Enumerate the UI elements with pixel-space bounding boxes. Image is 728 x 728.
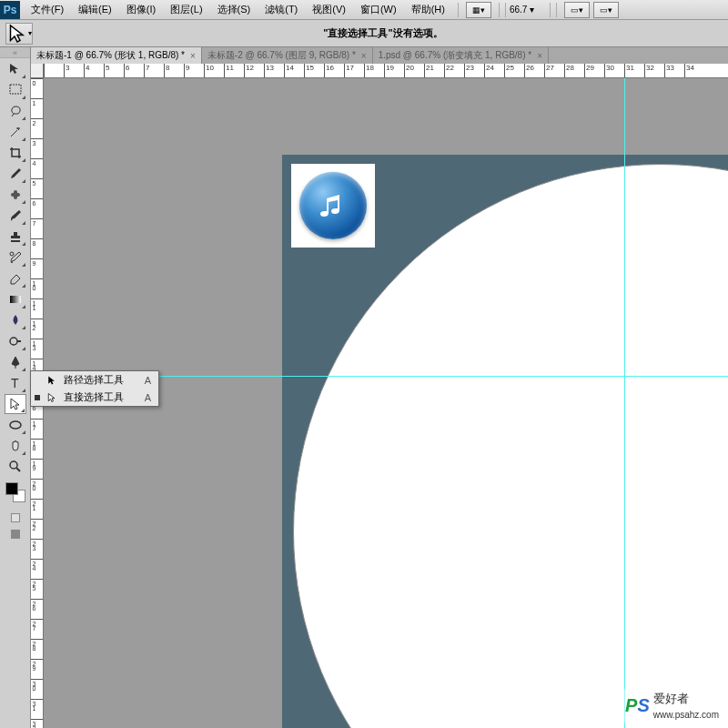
wand-tool[interactable] [5,122,26,142]
guide-vertical[interactable] [624,78,625,728]
svg-rect-4 [10,296,21,303]
direct-selection-tool[interactable] [5,394,26,414]
document-tab-1[interactable]: 未标题-1 @ 66.7% (形状 1, RGB/8) *× [31,47,202,64]
svg-point-8 [10,461,17,469]
zoom-level[interactable]: 66.7 ▾ [505,3,551,17]
flyout-direct-selection[interactable]: 直接选择工具 A [31,389,158,406]
menu-window[interactable]: 窗口(W) [353,3,404,16]
toolbox: « T [0,47,31,728]
svg-point-3 [10,252,14,256]
shape-tool[interactable] [5,415,26,435]
document-tab-2[interactable]: 未标题-2 @ 66.7% (图层 9, RGB/8) *× [202,47,373,64]
quickmask-toggle[interactable] [0,513,30,522]
svg-rect-0 [10,85,21,94]
app-badge: Ps [0,1,20,19]
separator [499,3,500,17]
type-tool[interactable]: T [5,373,26,393]
menu-file[interactable]: 文件(F) [24,3,71,16]
options-message: "直接选择工具"没有选项。 [38,26,728,40]
foreground-color-swatch[interactable] [5,482,18,495]
lasso-tool[interactable] [5,101,26,121]
color-swatches[interactable] [4,482,26,508]
screenmode-buttons[interactable] [0,530,30,539]
launch-bridge-button[interactable]: ▦▾ [466,2,491,18]
menu-select[interactable]: 选择(S) [210,3,258,16]
svg-rect-2 [14,190,17,199]
toolbox-toggle[interactable]: « [0,47,30,58]
menubar: Ps 文件(F) 编辑(E) 图像(I) 图层(L) 选择(S) 滤镜(T) 视… [0,0,728,20]
dodge-tool[interactable] [5,331,26,351]
stamp-tool[interactable] [5,227,26,247]
flyout-shortcut: A [145,375,151,386]
close-icon[interactable]: × [537,51,542,61]
flyout-path-selection[interactable]: 路径选择工具 A [31,371,158,389]
move-tool[interactable] [5,59,26,79]
menu-view[interactable]: 视图(V) [305,3,353,16]
menu-help[interactable]: 帮助(H) [404,3,452,16]
flyout-label: 直接选择工具 [64,390,139,404]
eraser-tool[interactable] [5,268,26,288]
hand-tool[interactable] [5,436,26,456]
screen-mode-button[interactable]: ▭▾ [593,2,619,18]
heal-tool[interactable] [5,185,26,205]
options-bar: ▾ "直接选择工具"没有选项。 [0,20,728,47]
crop-tool[interactable] [5,143,26,163]
close-icon[interactable]: × [190,51,196,61]
zoom-tool[interactable] [5,457,26,477]
close-icon[interactable]: × [361,51,367,61]
ruler-horizontal[interactable]: 3456789101112131415161718192021222324252… [44,64,728,78]
watermark: PS 爱好者www.psahz.com [622,689,723,723]
document-canvas[interactable] [282,155,728,728]
svg-point-7 [10,421,21,429]
ruler-origin[interactable] [31,64,44,78]
gradient-tool[interactable] [5,289,26,309]
tool-flyout: 路径选择工具 A 直接选择工具 A [30,370,159,407]
flyout-marker [35,378,40,383]
marquee-tool[interactable] [5,80,26,100]
separator [458,3,459,17]
current-tool-icon[interactable]: ▾ [5,23,33,45]
history-brush-tool[interactable] [5,248,26,268]
brush-tool[interactable] [5,206,26,226]
separator [556,3,557,17]
document-tabbar: 未标题-1 @ 66.7% (形状 1, RGB/8) *× 未标题-2 @ 6… [31,47,728,64]
menu-layer[interactable]: 图层(L) [163,3,209,16]
flyout-marker [35,395,40,400]
arrow-white-icon [46,392,58,403]
shape-circle[interactable] [293,164,728,728]
flyout-shortcut: A [145,392,151,403]
flyout-label: 路径选择工具 [64,373,139,387]
itunes-icon [299,172,367,239]
pen-tool[interactable] [5,352,26,372]
menu-image[interactable]: 图像(I) [119,3,163,16]
svg-point-5 [10,338,17,345]
eyedropper-tool[interactable] [5,164,26,184]
arrow-black-icon [46,375,58,386]
document-tab-3[interactable]: 1.psd @ 66.7% (渐变填充 1, RGB/8) *× [373,47,549,64]
svg-text:T: T [11,376,19,390]
menu-filter[interactable]: 滤镜(T) [258,3,305,16]
itunes-reference-image [291,164,375,248]
view-extras-button[interactable]: ▭▾ [564,2,590,18]
blur-tool[interactable] [5,310,26,330]
menu-edit[interactable]: 编辑(E) [71,3,119,16]
